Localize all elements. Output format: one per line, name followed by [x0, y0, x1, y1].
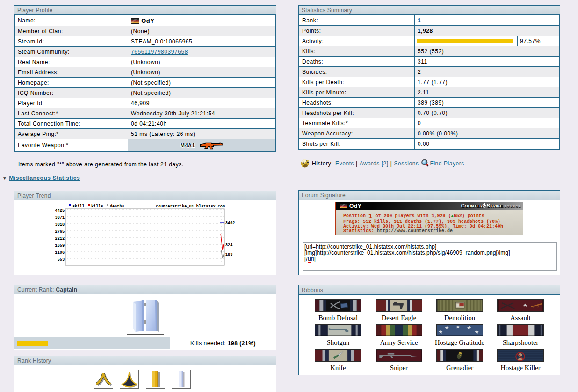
svg-text:183: 183 [225, 252, 232, 257]
svg-text:553: 553 [58, 257, 65, 262]
svg-text:1659: 1659 [55, 243, 65, 248]
svg-text:324: 324 [225, 243, 232, 248]
svg-text:counterstrike_01.hlstatsx.com: counterstrike_01.hlstatsx.com [156, 204, 225, 209]
svg-text:3871: 3871 [55, 215, 65, 220]
svg-text:skill: skill [72, 204, 85, 209]
svg-text:3402: 3402 [225, 221, 235, 226]
svg-text:deaths: deaths [110, 204, 124, 209]
svg-text:kills: kills [91, 204, 103, 209]
svg-text:2212: 2212 [55, 236, 65, 241]
svg-text:4425: 4425 [55, 208, 65, 213]
svg-text:1106: 1106 [55, 250, 65, 255]
svg-text:2765: 2765 [55, 229, 65, 234]
svg-text:3318: 3318 [55, 222, 65, 227]
